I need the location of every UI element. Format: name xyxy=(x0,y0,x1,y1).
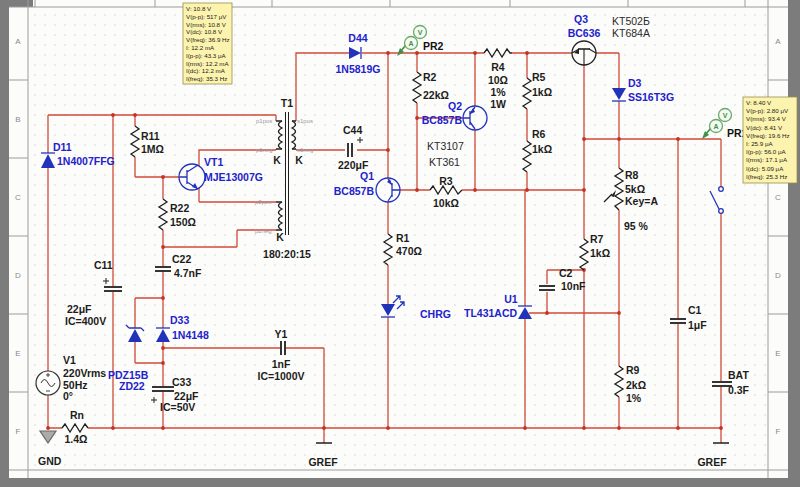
label-T1-p2pos: p2pos xyxy=(255,199,271,205)
label-Q2-alt2: KT361 xyxy=(429,156,460,168)
label-D33-val: 1N4148 xyxy=(172,329,209,341)
label-C11-val: 22μF xyxy=(67,303,92,315)
label-V1-val: 220Vrms xyxy=(63,367,106,379)
label-D3-val: SS16T3G xyxy=(628,91,674,103)
ruler-row-label: A xyxy=(15,37,21,46)
ruler-row-label: C xyxy=(775,193,781,202)
probe-reading: V: 10.8 V xyxy=(186,5,212,12)
label-T1-s1pos: s1pos xyxy=(297,118,313,124)
probe-reading: V(rms): 93.4 V xyxy=(746,115,787,122)
probe-reading: V(freq): 36.9 Hz xyxy=(186,36,230,43)
probe-reading: V(dc): 8.41 V xyxy=(746,124,783,131)
label-R1-ref: R1 xyxy=(396,232,410,244)
label-T1-ref: T1 xyxy=(281,97,293,109)
probe-readout-left[interactable]: V: 10.8 V V(p-p): 517 μV V(rms): 10.8 V … xyxy=(183,3,232,84)
label-R5-val: 1kΩ xyxy=(532,86,552,98)
label-R11-val: 1MΩ xyxy=(141,143,164,155)
label-T1-k1: K xyxy=(273,154,281,166)
label-D44-val: 1N5819G xyxy=(336,63,381,75)
probe-reading: I(freq): 25.3 Hz xyxy=(746,173,787,180)
label-U1-val: TL431ACD xyxy=(464,307,518,319)
label-T1-ratio: 180:20:15 xyxy=(263,248,311,260)
probe-reading: I(rms): 12.2 mA xyxy=(186,60,230,67)
label-Q3-val: BC636 xyxy=(568,27,601,39)
probe-v-icon: V xyxy=(418,29,423,36)
label-T1-s1neg: s1neg xyxy=(297,147,313,153)
label-T1-p1neg: p1neg xyxy=(256,147,273,153)
label-BAT-val: 0.3F xyxy=(728,384,750,396)
label-R3-ref: R3 xyxy=(439,175,453,187)
label-R8-key: Key=A xyxy=(625,195,658,207)
label-C1-val: 1μF xyxy=(688,319,707,331)
label-C22-val: 4.7nF xyxy=(174,267,202,279)
label-GREF-1: GREF xyxy=(308,456,338,468)
ruler-row-label: D xyxy=(775,271,781,280)
label-R11-ref: R11 xyxy=(141,130,160,142)
label-Rn-val: 1.4Ω xyxy=(64,433,87,445)
probe-readout-right[interactable]: V: 8.40 V V(p-p): 2.80 μV V(rms): 93.4 V… xyxy=(743,97,797,183)
ruler-row-label: C xyxy=(15,193,21,202)
probe-a-icon: A xyxy=(713,123,718,130)
label-R8-pct: 95 % xyxy=(624,220,649,232)
label-C44-ref: C44 xyxy=(343,124,362,136)
label-GREF-2: GREF xyxy=(697,456,727,468)
label-R2-ref: R2 xyxy=(423,71,437,83)
ruler-row-label: F xyxy=(776,427,781,436)
label-R8-val: 5kΩ xyxy=(625,183,645,195)
label-C2-val: 10nF xyxy=(561,280,586,292)
probe-reading: V(p-p): 517 μV xyxy=(186,13,227,20)
label-zener-val: ZD22 xyxy=(119,380,145,392)
probe-reading: I(dc): 5.09 μA xyxy=(746,165,784,172)
label-Q2-ref: Q2 xyxy=(448,100,462,112)
ruler-row-label: E xyxy=(15,349,20,358)
label-Y1-ref: Y1 xyxy=(275,328,288,340)
label-T1-k3: K xyxy=(276,231,284,243)
label-R6-val: 1kΩ xyxy=(532,143,552,155)
label-Q2-val: BC857B xyxy=(422,114,463,126)
probe-reading: I(rms): 17.1 μA xyxy=(746,156,788,163)
probe-reading: I: 12.2 mA xyxy=(186,44,215,51)
label-R4-val: 10Ω xyxy=(488,74,508,86)
label-Rn-ref: Rn xyxy=(70,409,84,421)
label-V1-phase: 0° xyxy=(63,390,73,402)
probe-v-icon: V xyxy=(723,112,728,119)
probe-reading: V(p-p): 2.80 μV xyxy=(746,107,789,114)
probe-reading: I(p-p): 43.3 μA xyxy=(186,52,227,59)
probe-reading: I(p-p): 56.0 μA xyxy=(746,148,787,155)
label-D33-ref: D33 xyxy=(170,314,189,326)
label-CHRG: CHRG xyxy=(420,308,451,320)
label-D3-ref: D3 xyxy=(628,77,642,89)
label-Y1-val: 1nF xyxy=(272,358,291,370)
label-Y1-ic: IC=1000V xyxy=(258,370,305,382)
label-R5-ref: R5 xyxy=(532,71,546,83)
probe-reading: I: 25.9 μA xyxy=(746,140,773,147)
ruler-row-label: D xyxy=(15,271,21,280)
probe-reading: V(dc): 10.8 V xyxy=(186,28,223,35)
ruler-row-label: E xyxy=(775,349,780,358)
label-T1-k2: K xyxy=(295,154,303,166)
ruler-row-label: F xyxy=(16,427,21,436)
probe-reading: I(freq): 35.3 Hz xyxy=(186,75,227,82)
label-T1-p2neg: p2neg xyxy=(255,228,272,234)
probe-reading: V(freq): 19.6 Hz xyxy=(746,132,790,139)
label-U1-ref: U1 xyxy=(504,293,518,305)
label-C11-ref: C11 xyxy=(94,259,113,271)
ruler-row-label: B xyxy=(15,115,20,124)
label-C22-ref: C22 xyxy=(172,253,191,265)
label-R7-ref: R7 xyxy=(590,233,604,245)
label-BAT-ref: BAT xyxy=(728,369,749,381)
label-Q1-val: BC857B xyxy=(334,185,375,197)
label-R4-ref: R4 xyxy=(491,61,505,73)
ruler-row-label: A xyxy=(775,37,781,46)
label-VT1-ref: VT1 xyxy=(204,156,223,168)
probe-reading: V(rms): 10.8 V xyxy=(186,21,227,28)
label-D44-ref: D44 xyxy=(348,32,367,44)
ac-source-V1[interactable] xyxy=(36,371,60,395)
label-PR2: PR2 xyxy=(423,40,444,52)
probe-reading: V: 8.40 V xyxy=(746,99,772,106)
label-R9-ref: R9 xyxy=(626,364,640,376)
label-GND: GND xyxy=(38,455,62,467)
probe-a-icon: A xyxy=(408,40,413,47)
label-R4-pwr: 1W xyxy=(490,98,506,110)
label-Q3-ref: Q3 xyxy=(574,13,588,25)
